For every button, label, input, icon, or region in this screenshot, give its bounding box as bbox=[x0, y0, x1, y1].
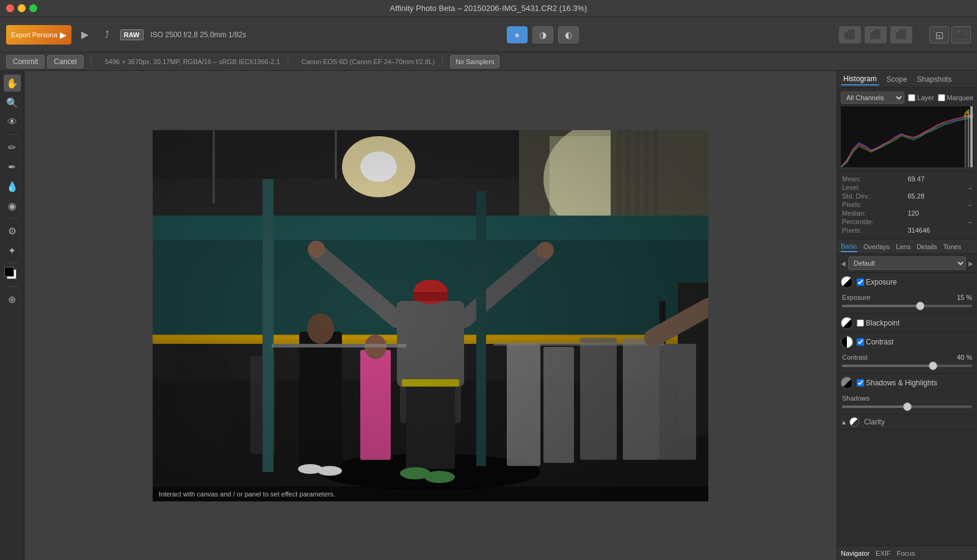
canvas-area[interactable]: Interact with canvas and / or panel to s… bbox=[24, 71, 837, 560]
zoom-tool-button[interactable]: 🔍 bbox=[4, 94, 21, 111]
commit-button[interactable]: Commit bbox=[6, 55, 45, 68]
corner-left-icon: ◱ bbox=[935, 30, 943, 40]
tab-exif[interactable]: EXIF bbox=[876, 550, 890, 557]
contrast-checkbox[interactable] bbox=[857, 338, 864, 346]
blackpoint-label: Blackpoint bbox=[866, 319, 899, 327]
cancel-button[interactable]: Cancel bbox=[47, 55, 83, 68]
preset-select[interactable]: Default bbox=[848, 256, 966, 270]
shadows-highlights-header[interactable]: Shadows & Highlights bbox=[837, 374, 977, 392]
tool-separator-2 bbox=[6, 218, 18, 219]
color-swatch[interactable] bbox=[4, 267, 20, 283]
dropper-tool-button[interactable]: 💧 bbox=[4, 178, 21, 195]
corner-left-button[interactable]: ◱ bbox=[929, 26, 949, 43]
paint-tool-button[interactable]: ✏ bbox=[4, 139, 21, 156]
blackpoint-checkbox[interactable] bbox=[857, 319, 864, 327]
raw-info: ISO 2500 f/2.8 25.0mm 1/82s bbox=[151, 31, 247, 39]
view-single-button[interactable]: ● bbox=[507, 26, 528, 43]
gym-scene-svg bbox=[153, 130, 708, 501]
layer-checkbox-label[interactable]: Layer bbox=[908, 94, 934, 101]
tab-scope[interactable]: Scope bbox=[884, 74, 910, 85]
exposure-slider-track[interactable] bbox=[842, 305, 972, 307]
window-controls[interactable] bbox=[6, 4, 37, 12]
tool-separator-3 bbox=[6, 263, 18, 263]
shadows-highlights-checkbox[interactable] bbox=[857, 379, 864, 387]
histogram-svg bbox=[841, 106, 973, 167]
tab-navigator[interactable]: Navigator bbox=[841, 550, 870, 557]
nav-next-button[interactable]: ⬛ bbox=[890, 26, 912, 43]
view-tool-button[interactable]: 👁 bbox=[4, 114, 21, 131]
window-title: Affinity Photo Beta – 20150206-IMG_5431.… bbox=[390, 4, 587, 13]
preset-left-arrow[interactable]: ◀ bbox=[841, 260, 846, 267]
transform-tool-button[interactable]: ⚙ bbox=[4, 222, 21, 239]
tab-lens[interactable]: Lens bbox=[896, 242, 910, 252]
contrast-slider-row: Contrast 40 % bbox=[837, 351, 977, 373]
right-panel: Histogram Scope Shapshots All Channels R… bbox=[837, 71, 977, 560]
shadows-slider-row: Shadows bbox=[837, 392, 977, 414]
exposure-icon bbox=[841, 276, 853, 288]
maximize-button[interactable] bbox=[29, 4, 37, 12]
contrast-checkbox-label[interactable]: Contrast bbox=[857, 338, 893, 346]
tab-snapshots[interactable]: Shapshots bbox=[915, 74, 954, 85]
blackpoint-header[interactable]: Blackpoint bbox=[837, 314, 977, 332]
mask-tool-button[interactable]: ⊕ bbox=[4, 291, 21, 308]
shadows-highlights-checkbox-label[interactable]: Shadows & Highlights bbox=[857, 379, 937, 387]
marquee-checkbox-label[interactable]: Marquee bbox=[938, 94, 973, 101]
exposure-slider-label: Exposure bbox=[842, 294, 870, 301]
layer-checkbox[interactable] bbox=[908, 94, 915, 101]
image-info: 5496 × 3670px, 20.17MP, RGBA/16 – sRGB I… bbox=[105, 58, 280, 65]
contrast-slider-thumb[interactable] bbox=[929, 362, 937, 370]
contrast-icon bbox=[841, 336, 853, 348]
adjustments-section: ◀ Default ▶ Exposure Exposure bbox=[837, 254, 977, 545]
exposure-label: Exposure bbox=[866, 278, 897, 286]
move-tool-button[interactable]: ✋ bbox=[4, 75, 21, 92]
nav-prev-button[interactable]: ⬛ bbox=[865, 26, 887, 43]
corner-right-button[interactable]: ⬛ bbox=[951, 26, 971, 43]
shadows-highlights-icon bbox=[841, 377, 853, 389]
preset-right-arrow[interactable]: ▶ bbox=[968, 260, 973, 267]
pen-tool-button[interactable]: ✒ bbox=[4, 158, 21, 175]
blackpoint-checkbox-label[interactable]: Blackpoint bbox=[857, 319, 899, 327]
contrast-header[interactable]: Contrast bbox=[837, 333, 977, 351]
share-button[interactable]: ⤴ bbox=[98, 26, 115, 43]
clarity-collapse-arrow[interactable]: ▲ bbox=[841, 419, 847, 426]
star-tool-button[interactable]: ✦ bbox=[4, 242, 21, 259]
marquee-label: Marquee bbox=[947, 94, 973, 101]
tab-overlays[interactable]: Overlays bbox=[863, 242, 890, 252]
no-samplers-button[interactable]: No Samplers bbox=[450, 55, 500, 68]
separator3 bbox=[442, 57, 443, 67]
contrast-value: 40 % bbox=[957, 354, 972, 361]
view-split-button[interactable]: ◑ bbox=[532, 26, 553, 43]
shadows-slider-thumb[interactable] bbox=[903, 402, 912, 411]
contrast-slider-track[interactable] bbox=[842, 365, 972, 367]
stddev-label: Std. Dev.: bbox=[842, 192, 907, 200]
title-bar: Affinity Photo Beta – 20150206-IMG_5431.… bbox=[0, 0, 977, 17]
median-label: Median: bbox=[842, 209, 907, 217]
close-button[interactable] bbox=[6, 4, 14, 12]
canvas-image[interactable]: Interact with canvas and / or panel to s… bbox=[153, 130, 708, 501]
foreground-color-swatch[interactable] bbox=[4, 267, 14, 277]
total-pixels-value: 314646 bbox=[908, 227, 973, 234]
export-persona-icon: ▶ bbox=[60, 30, 67, 40]
tab-focus[interactable]: Focus bbox=[897, 550, 915, 557]
exposure-checkbox-label[interactable]: Exposure bbox=[857, 278, 897, 286]
separator2 bbox=[288, 57, 288, 67]
red-eye-tool-button[interactable]: ◉ bbox=[4, 197, 21, 214]
shadows-slider-track[interactable] bbox=[842, 405, 972, 408]
tab-tones[interactable]: Tones bbox=[943, 242, 961, 252]
tab-basic[interactable]: Basic bbox=[841, 241, 857, 252]
exposure-checkbox[interactable] bbox=[857, 278, 864, 286]
exposure-header[interactable]: Exposure bbox=[837, 273, 977, 291]
nav-first-button[interactable]: ⬛ bbox=[839, 26, 861, 43]
exposure-slider-thumb[interactable] bbox=[916, 302, 924, 310]
channel-select[interactable]: All Channels Red Green Blue bbox=[841, 92, 904, 104]
view-compare-button[interactable]: ◐ bbox=[558, 26, 579, 43]
play-button[interactable]: ▶ bbox=[76, 26, 93, 43]
minimize-button[interactable] bbox=[18, 4, 26, 12]
export-persona-button[interactable]: Export Persona ▶ bbox=[6, 25, 71, 45]
contrast-label: Contrast bbox=[866, 338, 893, 346]
tab-details[interactable]: Details bbox=[917, 242, 937, 252]
corner-right-icon: ⬛ bbox=[956, 30, 967, 40]
tab-histogram[interactable]: Histogram bbox=[841, 73, 879, 85]
raw-badge: RAW bbox=[120, 29, 143, 40]
marquee-checkbox[interactable] bbox=[938, 94, 945, 101]
